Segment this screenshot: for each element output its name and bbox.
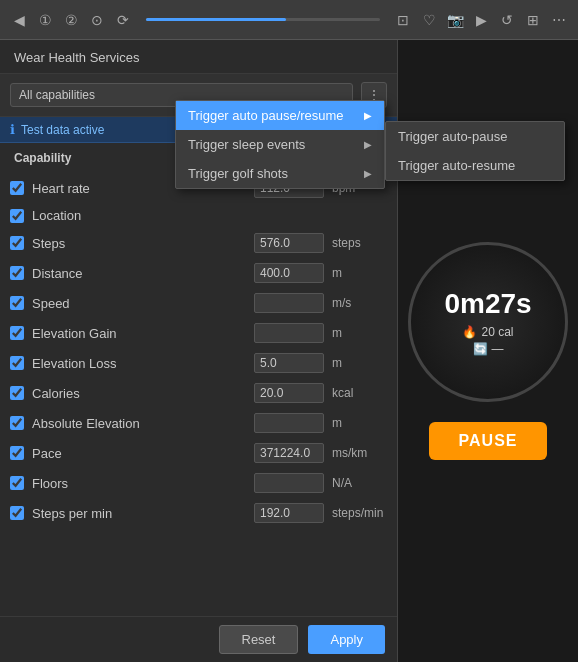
capability-row: Pacems/km: [0, 438, 397, 468]
capability-input-distance[interactable]: [254, 263, 324, 283]
capability-row: Calorieskcal: [0, 378, 397, 408]
watch-stat-refresh: 🔄 —: [473, 342, 504, 356]
toolbar-icon-camera[interactable]: 📷: [444, 9, 466, 31]
capability-row: Steps per minsteps/min: [0, 498, 397, 528]
watch-stat-calories: 🔥 20 cal: [462, 325, 513, 339]
capability-input-steps-per-min[interactable]: [254, 503, 324, 523]
toolbar-icon-grid[interactable]: ⊞: [522, 9, 544, 31]
toolbar-progress-bar: [146, 18, 286, 21]
capability-input-floors[interactable]: [254, 473, 324, 493]
toolbar-progress: [146, 18, 380, 21]
toolbar-back-icon[interactable]: ◀: [8, 9, 30, 31]
watch-stats: 🔥 20 cal 🔄 —: [462, 325, 513, 356]
toolbar-icon-4[interactable]: ⟳: [112, 9, 134, 31]
capability-unit-distance: m: [332, 266, 387, 280]
toolbar: ◀ ① ② ⊙ ⟳ ⊡ ♡ 📷 ▶ ↺ ⊞ ⋯: [0, 0, 578, 40]
capability-check-absolute-elevation[interactable]: [10, 416, 24, 430]
capability-label-speed: Speed: [32, 296, 246, 311]
capability-row: Absolute Elevationm: [0, 408, 397, 438]
capability-label-steps-per-min: Steps per min: [32, 506, 246, 521]
dropdown-item-1[interactable]: Trigger sleep events▶: [176, 130, 384, 159]
capability-check-speed[interactable]: [10, 296, 24, 310]
capability-label-distance: Distance: [32, 266, 246, 281]
bottom-buttons: Reset Apply: [0, 616, 397, 662]
dropdown-arrow-icon: ▶: [364, 168, 372, 179]
watch-calories: 20 cal: [481, 325, 513, 339]
capability-input-pace[interactable]: [254, 443, 324, 463]
toolbar-icon-share[interactable]: ⊡: [392, 9, 414, 31]
capability-unit-steps: steps: [332, 236, 387, 250]
capability-label-pace: Pace: [32, 446, 246, 461]
capability-unit-absolute-elevation: m: [332, 416, 387, 430]
capability-unit-calories: kcal: [332, 386, 387, 400]
capability-unit-floors: N/A: [332, 476, 387, 490]
capabilities-list: Heart ratebpmLocationStepsstepsDistancem…: [0, 169, 397, 616]
toolbar-icon-undo[interactable]: ↺: [496, 9, 518, 31]
capability-row: FloorsN/A: [0, 468, 397, 498]
capability-row: Elevation Gainm: [0, 318, 397, 348]
capability-input-speed[interactable]: [254, 293, 324, 313]
toolbar-icon-more[interactable]: ⋯: [548, 9, 570, 31]
submenu: Trigger auto-pauseTrigger auto-resume: [385, 121, 565, 181]
capability-row: Stepssteps: [0, 228, 397, 258]
capability-check-steps[interactable]: [10, 236, 24, 250]
dropdown-item-2[interactable]: Trigger golf shots▶: [176, 159, 384, 188]
capability-label-elevation-loss: Elevation Loss: [32, 356, 246, 371]
panel-title: Wear Health Services: [0, 40, 397, 74]
capability-label-location: Location: [32, 208, 387, 223]
reset-button[interactable]: Reset: [219, 625, 299, 654]
capability-input-elevation-loss[interactable]: [254, 353, 324, 373]
capability-check-elevation-gain[interactable]: [10, 326, 24, 340]
watch-time: 0m27s: [444, 288, 531, 320]
toolbar-icon-2[interactable]: ②: [60, 9, 82, 31]
capability-row: Location: [0, 203, 397, 228]
capability-input-calories[interactable]: [254, 383, 324, 403]
capability-unit-pace: ms/km: [332, 446, 387, 460]
capability-input-steps[interactable]: [254, 233, 324, 253]
toolbar-icon-1[interactable]: ①: [34, 9, 56, 31]
capability-label-steps: Steps: [32, 236, 246, 251]
capability-label-elevation-gain: Elevation Gain: [32, 326, 246, 341]
capability-unit-elevation-loss: m: [332, 356, 387, 370]
pause-button[interactable]: PAUSE: [429, 422, 548, 460]
capability-check-heart-rate[interactable]: [10, 181, 24, 195]
capability-label-floors: Floors: [32, 476, 246, 491]
capability-check-calories[interactable]: [10, 386, 24, 400]
context-menu: Trigger auto pause/resume▶Trigger sleep …: [175, 100, 385, 189]
capability-input-absolute-elevation[interactable]: [254, 413, 324, 433]
capability-row: Elevation Lossm: [0, 348, 397, 378]
submenu-item-1[interactable]: Trigger auto-resume: [386, 151, 564, 180]
capability-unit-steps-per-min: steps/min: [332, 506, 387, 520]
capability-row: Speedm/s: [0, 288, 397, 318]
toolbar-icon-video[interactable]: ▶: [470, 9, 492, 31]
toolbar-icon-3[interactable]: ⊙: [86, 9, 108, 31]
flame-icon: 🔥: [462, 325, 477, 339]
status-text: Test data active: [21, 123, 104, 137]
dropdown-item-0[interactable]: Trigger auto pause/resume▶: [176, 101, 384, 130]
submenu-item-0[interactable]: Trigger auto-pause: [386, 122, 564, 151]
status-info-icon: ℹ: [10, 122, 15, 137]
capability-check-distance[interactable]: [10, 266, 24, 280]
dropdown-item-label: Trigger auto pause/resume: [188, 108, 344, 123]
capability-input-elevation-gain[interactable]: [254, 323, 324, 343]
capability-check-floors[interactable]: [10, 476, 24, 490]
capability-check-steps-per-min[interactable]: [10, 506, 24, 520]
dropdown-overlay: Trigger auto pause/resume▶Trigger sleep …: [175, 100, 565, 189]
capability-label-calories: Calories: [32, 386, 246, 401]
capability-check-elevation-loss[interactable]: [10, 356, 24, 370]
capability-check-pace[interactable]: [10, 446, 24, 460]
dropdown-item-label: Trigger golf shots: [188, 166, 288, 181]
dropdown-item-label: Trigger sleep events: [188, 137, 305, 152]
capability-unit-elevation-gain: m: [332, 326, 387, 340]
watch-extra: —: [492, 342, 504, 356]
dropdown-arrow-icon: ▶: [364, 110, 372, 121]
toolbar-icon-heart[interactable]: ♡: [418, 9, 440, 31]
dropdown-arrow-icon: ▶: [364, 139, 372, 150]
capability-unit-speed: m/s: [332, 296, 387, 310]
capability-check-location[interactable]: [10, 209, 24, 223]
watch-face: 0m27s 🔥 20 cal 🔄 —: [408, 242, 568, 402]
refresh-icon: 🔄: [473, 342, 488, 356]
apply-button[interactable]: Apply: [308, 625, 385, 654]
capability-label-absolute-elevation: Absolute Elevation: [32, 416, 246, 431]
capability-row: Distancem: [0, 258, 397, 288]
